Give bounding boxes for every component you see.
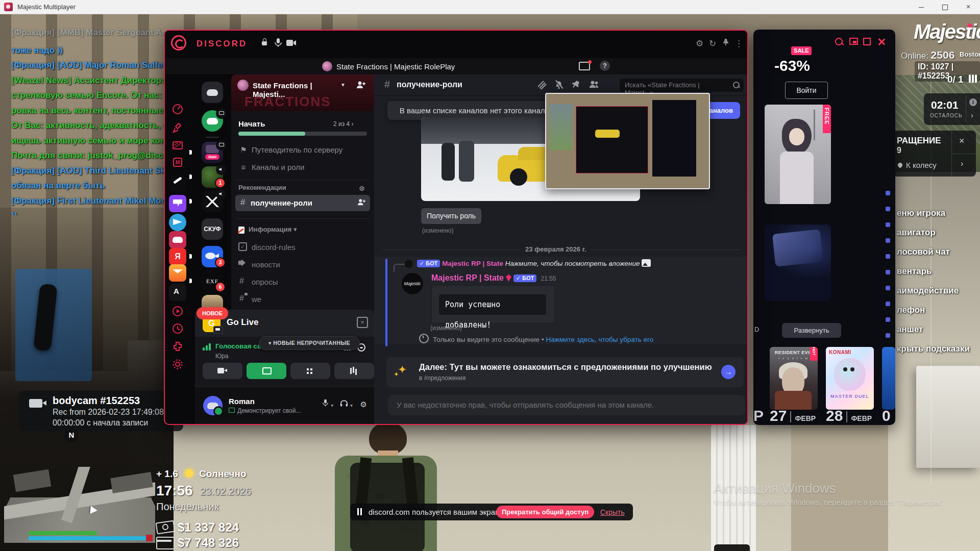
sale-tile[interactable]	[765, 224, 831, 301]
wheel-arrow-icon[interactable]: ›	[961, 159, 963, 168]
twitch-icon[interactable]	[169, 195, 186, 212]
game-tile-resident-evil[interactable]: RESIDENT EVIL r e q u i e m HOT	[770, 347, 818, 410]
settings-icon[interactable]	[172, 358, 184, 370]
mods-icon[interactable]: M	[172, 156, 184, 168]
sidebar-item-guide[interactable]: ⚑ Путеводитель по серверу	[235, 143, 370, 158]
server-header[interactable]: State Fractions | Majesti... ▾	[237, 80, 368, 92]
video-icon[interactable]	[286, 39, 297, 48]
camera-button[interactable]	[203, 363, 242, 379]
close-button[interactable]: ×	[957, 0, 980, 13]
promo-banner[interactable]	[765, 105, 831, 204]
telegram-icon[interactable]	[169, 214, 186, 231]
play-icon[interactable]	[172, 305, 184, 317]
kebab-icon[interactable]: ⋮	[734, 38, 743, 49]
discord-app-icon-active[interactable]	[169, 231, 186, 248]
pip-icon[interactable]	[849, 38, 860, 48]
chevron-right-icon[interactable]: ›	[971, 111, 973, 119]
expand-button[interactable]: Развернуть	[782, 323, 841, 338]
bot-avatar[interactable]: Majestic	[402, 273, 423, 294]
speaker-badge-icon	[216, 189, 227, 199]
onboarding-title[interactable]: Начать	[238, 119, 265, 128]
mic-icon[interactable]	[322, 400, 329, 409]
pin-icon[interactable]	[722, 38, 729, 48]
get-role-button[interactable]: Получить роль	[421, 208, 481, 224]
channel-item-we[interactable]: # we	[238, 293, 367, 307]
maximize-button[interactable]	[933, 0, 957, 13]
bot-name[interactable]: Majestic RP | State	[431, 273, 504, 282]
category-information[interactable]: Информация ▾	[238, 226, 367, 237]
extensions-icon[interactable]	[172, 340, 184, 353]
voice-channel-name[interactable]: Юра	[215, 353, 228, 360]
yandex-icon[interactable]: Я	[169, 248, 186, 265]
person-add-icon[interactable]	[356, 80, 366, 91]
stop-sharing-button[interactable]: Прекратить общий доступ	[496, 506, 594, 518]
login-button[interactable]: Войти	[785, 82, 828, 99]
dismiss-icon[interactable]: ×	[357, 317, 368, 328]
dm-home-button[interactable]	[202, 82, 223, 103]
info-icon[interactable]: i	[969, 98, 977, 106]
timer-label: ОСТАЛОСЬ	[930, 113, 962, 118]
timer-value: 02:01	[931, 99, 959, 111]
mail-icon[interactable]	[169, 264, 186, 282]
discord-window-title: State Fractions | Majestic RolePlay	[336, 62, 455, 71]
translate-icon[interactable]	[169, 284, 186, 301]
screenshare-badge-icon	[216, 140, 227, 151]
screen: Majestic Multiplayer × [Фракция] [MMB] M…	[0, 0, 980, 551]
unread-banner[interactable]: ▾ НОВЫЕ НЕПРОЧИТАННЫЕ	[259, 336, 360, 350]
bell-muted-icon[interactable]	[554, 80, 564, 92]
threads-icon[interactable]	[536, 80, 547, 92]
server-skuf[interactable]: СКУФ	[202, 218, 223, 240]
cleaner-icon[interactable]	[172, 122, 184, 134]
close-icon[interactable]	[878, 38, 888, 48]
mic-icon[interactable]	[274, 38, 282, 50]
hide-link[interactable]: Скрыть	[600, 508, 625, 516]
reply-preview[interactable]: ✓ БОТ Majestic RP | State Нажмите, чтобы…	[405, 259, 651, 269]
dismiss-icon[interactable]: ⊗	[359, 184, 365, 192]
gear-icon[interactable]: ⚙	[696, 38, 703, 49]
sidebar-item-channels-roles[interactable]: ≡ Каналы и роли	[235, 160, 370, 176]
menu-item: вентарь	[897, 266, 932, 277]
help-icon[interactable]: ?	[600, 61, 610, 71]
history-icon[interactable]	[172, 322, 184, 335]
speed-dial-icon[interactable]	[172, 103, 184, 115]
channel-item-news[interactable]: новости	[238, 258, 367, 272]
rules-icon: ✓	[238, 242, 247, 251]
search-icon[interactable]	[835, 38, 845, 48]
screenshare-badge-icon	[216, 108, 227, 119]
chevron-down-icon: ▾	[341, 81, 345, 88]
refresh-icon[interactable]: ↻	[709, 38, 716, 49]
soundboard-button[interactable]	[334, 363, 374, 379]
settings-gear-icon[interactable]: ⚙	[360, 400, 367, 409]
channel-item-rules[interactable]: ✓ discord-rules	[238, 241, 367, 255]
members-icon[interactable]	[589, 80, 600, 91]
go-arrow-button[interactable]: →	[721, 365, 736, 379]
wheel-card[interactable]: РАЩЕНИЕ 9 К колесу × ›	[893, 131, 976, 177]
menu-item: авигатор	[897, 228, 936, 238]
wheel-close-icon[interactable]: ×	[959, 136, 965, 146]
game-app-icon[interactable]	[169, 175, 186, 192]
maximize-icon[interactable]	[863, 38, 873, 48]
activities-button[interactable]	[290, 363, 330, 379]
game-tile-master-duel[interactable]: KONAMI MASTER DUEL	[826, 347, 874, 410]
headphones-icon[interactable]	[340, 400, 348, 409]
pinned-messages-icon[interactable]	[571, 80, 580, 91]
next-step-embed[interactable]: ✦ ✦ Далее: Тут вы можете ознакомиться с …	[386, 357, 744, 387]
person-add-icon[interactable]	[357, 198, 366, 208]
chevron-down-icon[interactable]: ▾	[331, 403, 333, 408]
dismiss-ephemeral-link[interactable]: Нажмите здесь, чтобы убрать его	[546, 336, 653, 343]
wallpaper-icon[interactable]	[172, 139, 184, 152]
ephemeral-indicator-bar	[385, 259, 387, 346]
screenshare-button-active[interactable]	[247, 363, 286, 379]
search-input[interactable]: Искать «State Fractions | Majest...»	[620, 79, 744, 92]
message-input-disabled[interactable]: У вас недостаточно прав, чтобы отправлят…	[388, 395, 745, 415]
channel-item-polls[interactable]: # опросы	[238, 276, 367, 290]
release-date: 27ФЕВР	[770, 407, 816, 424]
wheel-button[interactable]: К колесу	[906, 161, 937, 169]
timer-card[interactable]: 02:01 ОСТАЛОСЬ i ›	[924, 93, 980, 125]
game-tile-partial[interactable]	[882, 347, 895, 410]
channel-item-active[interactable]: # получение-роли	[235, 195, 370, 211]
minimize-button[interactable]	[910, 0, 933, 13]
user-panel[interactable]: Roman Демонстрирует свой... ▾ ▾ ⚙	[195, 386, 374, 425]
chevron-down-icon[interactable]: ▾	[350, 403, 353, 408]
sale-badge: SALE	[791, 46, 812, 55]
